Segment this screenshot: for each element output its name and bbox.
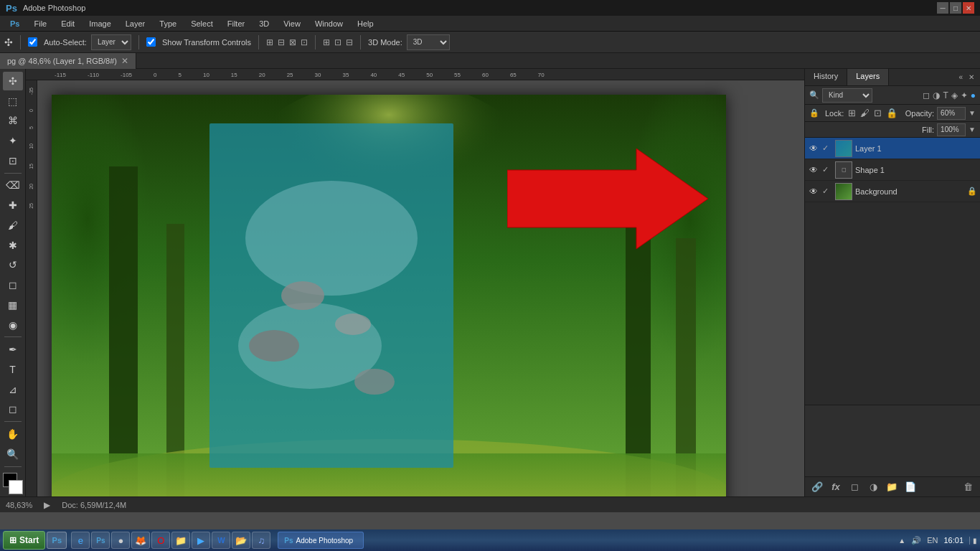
menu-type[interactable]: Type bbox=[154, 18, 182, 29]
menu-filter[interactable]: Filter bbox=[222, 18, 250, 29]
hand-tool[interactable]: ✋ bbox=[3, 425, 23, 443]
menu-select[interactable]: Select bbox=[185, 18, 219, 29]
taskbar-app-winamp[interactable]: ♫ bbox=[252, 532, 270, 549]
lock-transparent-icon[interactable]: ⊞ bbox=[848, 108, 856, 118]
adjustment-layer-button[interactable]: ◑ bbox=[865, 480, 881, 494]
move-tool[interactable]: ✣ bbox=[3, 72, 23, 90]
taskbar-show-desktop[interactable]: ▮ bbox=[969, 537, 977, 545]
auto-select-checkbox[interactable] bbox=[28, 37, 37, 47]
menu-edit[interactable]: Edit bbox=[55, 18, 80, 29]
show-transform-checkbox[interactable] bbox=[146, 37, 156, 47]
magic-wand-tool[interactable]: ✦ bbox=[3, 131, 23, 150]
auto-select-type-select[interactable]: Layer bbox=[91, 34, 131, 50]
taskbar-app-files[interactable]: 📁 bbox=[171, 532, 190, 549]
taskbar-app-photoshop-icon[interactable]: Ps bbox=[91, 532, 110, 549]
ruler-tick: -110 bbox=[88, 72, 100, 80]
taskbar-app-ps[interactable]: Ps bbox=[47, 532, 67, 549]
opacity-input[interactable] bbox=[937, 107, 966, 120]
pen-tool[interactable]: ✒ bbox=[3, 340, 23, 359]
gradient-tool[interactable]: ▦ bbox=[3, 296, 23, 314]
background-color[interactable] bbox=[9, 480, 23, 494]
taskbar-app-explorer[interactable]: 📂 bbox=[232, 532, 250, 549]
ruler-tick: 10 bbox=[203, 72, 211, 80]
add-mask-button[interactable]: ◻ bbox=[847, 480, 862, 494]
app-title: Adobe Photoshop bbox=[23, 4, 85, 12]
panel-close-icon[interactable]: ✕ bbox=[966, 73, 977, 81]
opacity-dropdown-icon[interactable]: ▼ bbox=[969, 109, 976, 117]
close-button[interactable]: ✕ bbox=[963, 2, 974, 14]
fill-dropdown-icon[interactable]: ▼ bbox=[969, 126, 976, 133]
taskbar-active-ps[interactable]: Ps Adobe Photoshop bbox=[278, 532, 364, 549]
menu-file[interactable]: File bbox=[28, 18, 52, 29]
layer-visibility-shape1[interactable]: 👁 bbox=[808, 165, 819, 175]
3d-mode-select[interactable]: 3D bbox=[407, 34, 450, 50]
layer-item-background[interactable]: 👁 ✓ Background 🔒 bbox=[805, 181, 980, 202]
link-layers-button[interactable]: 🔗 bbox=[809, 480, 825, 494]
layer-visibility-background[interactable]: 👁 bbox=[808, 187, 819, 197]
menu-layer[interactable]: Layer bbox=[120, 18, 151, 29]
shape-filter-icon[interactable]: ◈ bbox=[951, 90, 958, 100]
start-button[interactable]: ⊞ Start bbox=[3, 531, 45, 550]
menu-window[interactable]: Window bbox=[309, 18, 349, 29]
crop-tool[interactable]: ⊡ bbox=[3, 151, 23, 170]
taskbar-app-opera[interactable]: O bbox=[151, 532, 170, 549]
maximize-button[interactable]: □ bbox=[950, 2, 961, 14]
document-tab[interactable]: pg @ 48,6% (Layer 1, RGB/8#) ✕ bbox=[0, 53, 136, 69]
ie-icon: e bbox=[78, 535, 83, 546]
lasso-tool[interactable]: ⌘ bbox=[3, 111, 23, 130]
layer-link-layer1: ✓ bbox=[822, 143, 832, 153]
history-brush-tool[interactable]: ↺ bbox=[3, 256, 23, 275]
lock-all-icon[interactable]: 🔒 bbox=[886, 108, 897, 118]
pixel-filter-icon[interactable]: ◻ bbox=[923, 90, 930, 100]
panel-collapse-icon[interactable]: « bbox=[957, 73, 964, 81]
delete-layer-button[interactable]: 🗑 bbox=[960, 480, 976, 494]
eyedropper-tool[interactable]: ⌫ bbox=[3, 176, 23, 195]
files-icon: 📁 bbox=[175, 535, 187, 546]
tab-layers[interactable]: Layers bbox=[847, 69, 889, 85]
healing-tool[interactable]: ✚ bbox=[3, 196, 23, 215]
toolbar-sep-3 bbox=[258, 35, 259, 50]
brush-tool[interactable]: 🖌 bbox=[3, 216, 23, 235]
tab-history[interactable]: History bbox=[805, 69, 847, 85]
taskbar-app-ie[interactable]: e bbox=[71, 532, 90, 549]
path-tool[interactable]: ⊿ bbox=[3, 380, 23, 399]
smart-filter-icon[interactable]: ✦ bbox=[961, 90, 968, 100]
new-group-button[interactable]: 📁 bbox=[884, 480, 900, 494]
eraser-tool[interactable]: ◻ bbox=[3, 276, 23, 294]
taskbar-volume-icon[interactable]: 🔊 bbox=[911, 536, 921, 545]
layer-kind-select[interactable]: Kind bbox=[822, 88, 872, 103]
layer-item-shape1[interactable]: 👁 ✓ ◻ Shape 1 bbox=[805, 159, 980, 181]
layer-visibility-layer1[interactable]: 👁 bbox=[808, 143, 819, 154]
menu-help[interactable]: Help bbox=[352, 18, 380, 29]
type-tool[interactable]: T bbox=[3, 360, 23, 379]
fill-input[interactable] bbox=[937, 123, 966, 136]
taskbar-app-media[interactable]: ▶ bbox=[192, 532, 210, 549]
blur-tool[interactable]: ◉ bbox=[3, 316, 23, 334]
ruler-v-ticks: -35 0 5 10 15 20 25 bbox=[26, 80, 37, 209]
canvas-image[interactable] bbox=[52, 95, 726, 496]
fx-button[interactable]: fx bbox=[828, 480, 844, 494]
taskbar-app-word[interactable]: W bbox=[212, 532, 230, 549]
adjustment-filter-icon[interactable]: ◑ bbox=[933, 90, 940, 100]
zoom-level: 48,63% bbox=[6, 501, 32, 509]
type-filter-icon[interactable]: T bbox=[943, 90, 948, 100]
menu-ps[interactable]: Ps bbox=[4, 18, 25, 29]
clone-tool[interactable]: ✱ bbox=[3, 236, 23, 255]
lock-position-icon[interactable]: ⊡ bbox=[874, 108, 882, 118]
opacity-row: 🔒 Lock: ⊞ 🖌 ⊡ 🔒 Opacity: ▼ bbox=[805, 105, 980, 122]
selection-tool[interactable]: ⬚ bbox=[3, 92, 23, 110]
menu-3d[interactable]: 3D bbox=[253, 18, 275, 29]
taskbar-app-firefox[interactable]: 🦊 bbox=[131, 532, 150, 549]
document-tab-close[interactable]: ✕ bbox=[121, 56, 128, 66]
lock-image-icon[interactable]: 🖌 bbox=[860, 108, 870, 118]
minimize-button[interactable]: ─ bbox=[937, 2, 948, 14]
new-layer-button[interactable]: 📄 bbox=[903, 480, 918, 494]
menu-image[interactable]: Image bbox=[83, 18, 117, 29]
menu-view[interactable]: View bbox=[278, 18, 306, 29]
toggle-filter-icon[interactable]: ● bbox=[971, 90, 976, 100]
shape-tool[interactable]: ◻ bbox=[3, 400, 23, 419]
layer-item-layer1[interactable]: 👁 ✓ Layer 1 bbox=[805, 138, 980, 159]
zoom-tool[interactable]: 🔍 bbox=[3, 445, 23, 463]
taskbar-app-chrome[interactable]: ● bbox=[111, 532, 130, 549]
taskbar-notification-icon: ▲ bbox=[898, 537, 905, 545]
